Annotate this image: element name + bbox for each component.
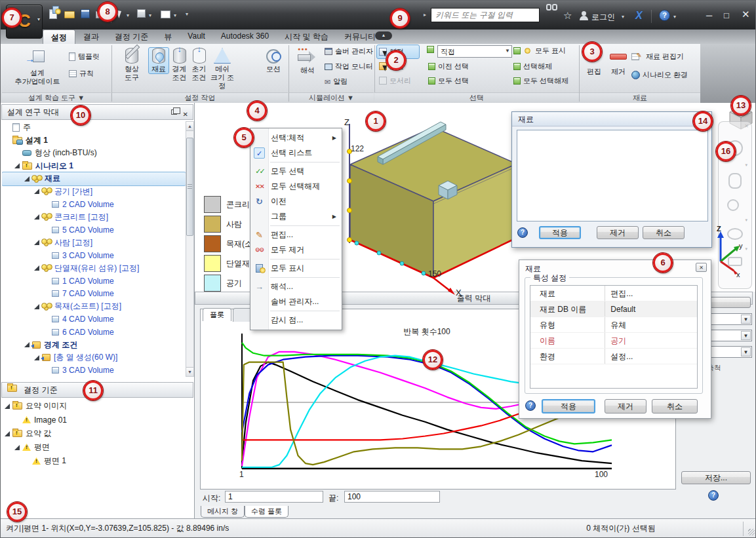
boundary-conditions-button[interactable]: 경계 조건 [170, 48, 189, 82]
selection-method-combo[interactable]: 직접▼ [437, 45, 512, 58]
search-arrow-icon[interactable]: ▸ [424, 12, 426, 18]
initial-conditions-button[interactable]: 초기 조건 [189, 48, 209, 82]
menu-item[interactable]: 모두 표시 [250, 261, 342, 276]
view-box-icon[interactable] [137, 9, 146, 18]
tree-item[interactable]: 요약 값 [2, 427, 193, 440]
ribbon-tab[interactable]: Autodesk 360 [213, 29, 277, 44]
menu-item[interactable]: 솔버 관리자... [250, 294, 342, 309]
menu-item[interactable]: 이전 [250, 194, 342, 209]
tree-item[interactable]: 평면 1 [2, 454, 193, 468]
resize-grip-icon[interactable] [748, 529, 755, 535]
caret-down-icon[interactable]: ▾ [149, 12, 151, 18]
menu-item[interactable]: 선택:체적▶ [250, 130, 342, 145]
search-binoculars-icon[interactable] [546, 4, 558, 12]
remove-material-button[interactable]: 제거 [607, 48, 630, 76]
dialog-title[interactable]: 재료 [512, 112, 711, 126]
navbar-close-icon[interactable]: ✕ [744, 123, 749, 129]
solve-button[interactable]: 해석 [292, 48, 323, 75]
expander-icon[interactable] [34, 355, 39, 360]
caret-down-icon[interactable]: ▼ [741, 347, 751, 356]
ribbon-tab[interactable]: 시작 및 학습 [277, 29, 336, 44]
tree-item[interactable]: 목재(소프트) [고정] [2, 300, 186, 313]
menu-item[interactable]: 편집... [250, 227, 342, 242]
help-icon[interactable]: ? [659, 10, 670, 21]
caret-down-icon[interactable]: ▾ [745, 163, 747, 168]
deselect-all-button[interactable]: 모두 선택해제 [513, 76, 568, 86]
tree-item[interactable]: 4 CAD Volume [2, 313, 186, 326]
tree-item[interactable]: 단열재(유리 섬유) [고정] [2, 262, 186, 275]
solver-manager-button[interactable]: 솔버 관리자 [325, 47, 373, 56]
remove-button[interactable]: 제거 [605, 399, 647, 413]
property-row[interactable]: 이름공기 [530, 333, 697, 349]
expander-icon[interactable] [14, 445, 20, 450]
menu-item[interactable]: 모두 선택해제 [250, 179, 342, 194]
help-icon[interactable]: ? [525, 400, 536, 411]
show-all-button[interactable]: 모두 표시 [513, 46, 566, 56]
expander-icon[interactable] [34, 214, 39, 220]
tree-item[interactable]: 2 CAD Volume [2, 198, 186, 211]
ribbon-collapse-button[interactable]: ▲ [375, 31, 392, 40]
open-file-icon[interactable] [64, 11, 75, 18]
caret-down-icon[interactable]: ▾ [673, 14, 676, 20]
tree-item[interactable]: 1 CAD Volume [2, 275, 186, 288]
tree-item[interactable]: [총 열 생성(60 W)] [2, 351, 186, 364]
menu-item[interactable]: 모두 제거 [250, 242, 342, 258]
exchange-apps-icon[interactable]: X [635, 10, 643, 22]
expander-icon[interactable] [34, 189, 39, 194]
group-label-design-tools[interactable]: 설계 학습 도구 ▼ [2, 92, 111, 102]
ribbon-tab[interactable]: 뷰 [156, 29, 180, 44]
tree-item[interactable]: 3 CAD Volume [2, 364, 186, 377]
scenario-environment-button[interactable]: 시나리오 환경 [631, 70, 688, 80]
apply-button[interactable]: 적용 [542, 399, 595, 413]
mesh-sizing-button[interactable]: 메쉬 크기 조정 [208, 48, 237, 90]
ribbon-tab[interactable]: 결과 [75, 29, 107, 44]
cancel-button[interactable]: 취소 [643, 226, 685, 239]
float-panel-icon[interactable] [171, 109, 177, 115]
tree-item[interactable]: 평면 [2, 440, 193, 454]
add-update-design-button[interactable]: → 설계 추가/업데이트 [7, 48, 68, 86]
save-icon[interactable] [81, 9, 90, 18]
tree-scrollbar[interactable]: ▲ ▼ [186, 121, 194, 377]
window-minimize-button[interactable]: ─ [706, 11, 712, 20]
tree-item[interactable]: 3 CAD Volume [2, 249, 186, 262]
expander-icon[interactable] [5, 431, 10, 436]
property-value[interactable]: 공기 [605, 333, 697, 348]
expander-icon[interactable] [34, 240, 39, 245]
rules-button[interactable]: 규칙 [69, 69, 94, 79]
menu-item[interactable]: 모두 선택 [250, 164, 342, 179]
expander-icon[interactable] [5, 404, 10, 409]
login-button[interactable]: 로그인 [591, 12, 615, 23]
materials-button[interactable]: 재료 [149, 48, 169, 73]
scroll-up-icon[interactable]: ▲ [186, 122, 193, 131]
caret-down-icon[interactable]: ▾ [622, 14, 624, 20]
expander-icon[interactable] [34, 265, 39, 271]
select-all-button[interactable]: 모두 선택 [428, 76, 469, 86]
zoom-icon[interactable] [727, 199, 739, 211]
menu-item[interactable]: 그룹▶ [250, 209, 342, 224]
tree-item[interactable]: 사람 [고정] [2, 237, 186, 250]
tree-item[interactable]: 형상 (inch-BTU/s) [2, 147, 186, 160]
tree-item[interactable]: 시나리오 1 [2, 160, 186, 173]
remove-button[interactable]: 제거 [597, 226, 639, 239]
property-row[interactable]: 환경설정... [530, 349, 697, 364]
start-input[interactable] [225, 491, 323, 503]
property-value[interactable]: Default [605, 301, 697, 317]
material-list-area[interactable] [517, 130, 708, 221]
property-value[interactable]: 유체 [605, 317, 697, 332]
tree-item[interactable]: 공기 [가변] [2, 185, 186, 199]
deselect-button[interactable]: 선택해제 [513, 62, 552, 71]
tree-item[interactable]: 주 [2, 121, 186, 134]
property-value[interactable]: 설정... [605, 349, 697, 364]
tree-item[interactable]: 5 CAD Volume [2, 223, 186, 237]
toolbar-overflow-icon[interactable]: ▾ [186, 11, 188, 17]
ribbon-tab[interactable]: 결정 기준 [107, 29, 156, 44]
job-monitor-button[interactable]: 작업 모니터 [325, 62, 373, 71]
pan-hand-icon[interactable] [728, 173, 742, 189]
message-window-tab[interactable]: 메시지 창 [201, 506, 245, 518]
caret-down-icon[interactable]: ▾ [174, 12, 176, 18]
template-button[interactable]: 템플릿 [69, 52, 100, 62]
expander-icon[interactable] [14, 163, 20, 168]
tree-item[interactable]: 재료 [2, 172, 186, 185]
caret-down-icon[interactable]: ▼ [741, 315, 751, 324]
group-label-simulation[interactable]: 시뮬레이션 ▼ [289, 92, 374, 102]
